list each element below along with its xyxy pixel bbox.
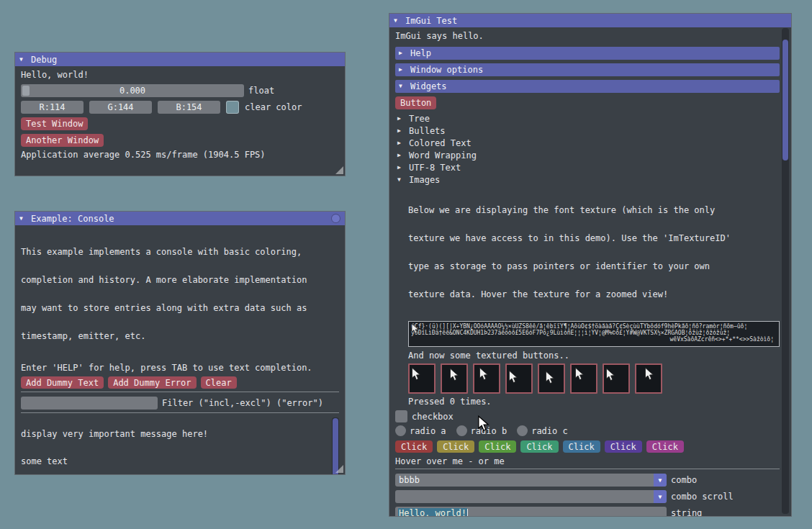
clear-button[interactable]: Clear [201, 376, 237, 389]
click-button-3[interactable]: Click [479, 440, 516, 453]
collapse-arrow-icon[interactable]: ▼ [19, 57, 27, 63]
scrollbar[interactable] [782, 28, 789, 514]
tree-node-bullets[interactable]: ▶Bullets [395, 125, 780, 137]
combo-arrow-button[interactable]: ▼ [654, 490, 667, 503]
string-input[interactable]: Hello, world! [395, 507, 667, 517]
stats-text: Application average 0.525 ms/frame (1904… [21, 150, 339, 160]
tree-node-word-wrapping[interactable]: ▶Word Wrapping [395, 149, 780, 161]
collapse-arrow-icon[interactable]: ▼ [394, 18, 401, 24]
separator [395, 469, 780, 469]
tree-node-colored-text[interactable]: ▶Colored Text [395, 137, 780, 149]
filter-input[interactable] [21, 397, 158, 410]
texture-button[interactable] [505, 363, 533, 394]
cursor-glyph-icon [605, 368, 615, 382]
radio-label: radio c [531, 426, 568, 436]
radio-circle-icon [395, 425, 406, 436]
test-titlebar[interactable]: ▼ ImGui Test [389, 14, 791, 27]
color-drag-b[interactable]: B:154 [158, 101, 220, 114]
radio-b[interactable]: radio b [456, 425, 508, 436]
combo-box[interactable]: bbbb ▼ [395, 474, 667, 487]
hover-text[interactable]: Hover over me - or me [395, 457, 780, 466]
header-help[interactable]: ▶ Help [395, 47, 780, 60]
combo-scroll-label: combo scroll [671, 492, 734, 502]
click-button-1[interactable]: Click [395, 440, 433, 453]
clear-color-label: clear color [245, 102, 302, 112]
arrow-right-icon: ▶ [399, 50, 406, 56]
texture-button[interactable] [603, 363, 630, 394]
string-input-value: Hello, world! [398, 508, 467, 517]
click-button-6[interactable]: Click [605, 440, 642, 453]
intro-line: timestamp, emitter, etc. [21, 332, 339, 341]
arrow-right-icon: ▶ [397, 153, 405, 158]
arrow-right-icon: ▶ [397, 128, 405, 134]
color-drag-r[interactable]: R:114 [21, 101, 84, 114]
texture-button[interactable] [635, 363, 662, 394]
debug-window: ▼ Debug Hello, world! 0.000 float R:114 … [14, 52, 346, 176]
test-window-button[interactable]: Test Window [21, 117, 88, 130]
click-button-7[interactable]: Click [646, 440, 684, 453]
tree-node-images[interactable]: ▼Images [395, 173, 780, 186]
radio-label: radio a [410, 426, 446, 436]
button-widget[interactable]: Button [395, 96, 436, 109]
window-title: ImGui Test [405, 16, 457, 26]
click-button-4[interactable]: Click [520, 440, 558, 453]
color-drag-g[interactable]: G:144 [89, 101, 152, 114]
tree-label: Images [409, 175, 440, 185]
scrollbar-thumb[interactable] [782, 40, 788, 160]
tree-label: Tree [409, 114, 430, 124]
combo-value: bbbb [395, 475, 420, 485]
radio-c[interactable]: radio c [517, 425, 568, 436]
click-button-5[interactable]: Click [563, 440, 600, 453]
resize-grip[interactable] [335, 166, 343, 174]
cursor-glyph-icon [411, 323, 419, 335]
console-titlebar[interactable]: ▼ Example: Console [15, 212, 345, 225]
header-label: Widgets [410, 81, 447, 91]
checkbox[interactable] [395, 410, 407, 422]
float-slider[interactable]: 0.000 [21, 84, 244, 97]
resize-grip[interactable] [335, 465, 343, 473]
cursor-glyph-icon [644, 367, 654, 381]
radio-group: radio a radio b radio c [395, 425, 780, 436]
close-button[interactable] [331, 214, 340, 223]
another-window-button[interactable]: Another Window [21, 134, 104, 147]
header-widgets[interactable]: ▼ Widgets [395, 80, 780, 93]
intro-line: completion and history. A more elaborate… [21, 276, 339, 285]
color-swatch[interactable] [226, 101, 239, 114]
filter-label: Filter ("incl,-excl") ("error") [162, 398, 323, 408]
texture-button[interactable] [473, 363, 500, 394]
cursor-glyph-icon [411, 367, 421, 381]
add-dummy-error-button[interactable]: Add Dummy Error [108, 376, 196, 389]
textured-buttons-row [408, 363, 780, 394]
images-text-line: type as storage to pass pointers or iden… [408, 262, 780, 271]
console-log[interactable]: display very important message here! som… [21, 417, 339, 475]
header-label: Window options [410, 65, 483, 75]
color-b-value: B:154 [176, 102, 202, 112]
collapse-arrow-icon[interactable]: ▼ [19, 216, 27, 222]
debug-titlebar[interactable]: ▼ Debug [15, 53, 345, 66]
tree-label: UTF-8 Text [409, 163, 461, 173]
chevron-down-icon: ▼ [659, 494, 662, 500]
arrow-right-icon: ▶ [397, 140, 405, 146]
combo-arrow-button[interactable]: ▼ [654, 474, 667, 487]
add-dummy-text-button[interactable]: Add Dummy Text [21, 376, 104, 389]
debug-content: Hello, world! 0.000 float R:114 G:144 B:… [15, 66, 345, 163]
string-input-label: string [671, 508, 702, 517]
radio-a[interactable]: radio a [395, 425, 446, 436]
separator [21, 392, 339, 392]
console-log-lines: display very important message here! som… [21, 417, 339, 475]
texture-button[interactable] [408, 363, 436, 394]
texture-button[interactable] [538, 363, 565, 394]
texture-button[interactable] [441, 363, 468, 394]
cursor-glyph-icon [545, 371, 555, 385]
textured-buttons-label: And now some textured buttons.. [408, 351, 780, 361]
tree-node-tree[interactable]: ▶Tree [395, 112, 780, 125]
font-texture-image[interactable]: úÇf}·(ü)(][|X÷ŸBÑ¿ÒÔóÃÅÀÀÖ¼½×ùÛŽS8êê/å¦ê… [408, 321, 780, 347]
slider-value: 0.000 [21, 86, 244, 96]
click-button-2[interactable]: Click [437, 440, 474, 453]
texture-button[interactable] [570, 363, 597, 394]
arrow-down-icon: ▼ [397, 177, 405, 183]
tree-node-utf8-text[interactable]: ▶UTF-8 Text [395, 161, 780, 173]
header-window-options[interactable]: ▶ Window options [395, 63, 780, 76]
log-line: some text [21, 457, 339, 466]
combo-scroll-box[interactable]: ▼ [395, 490, 667, 503]
